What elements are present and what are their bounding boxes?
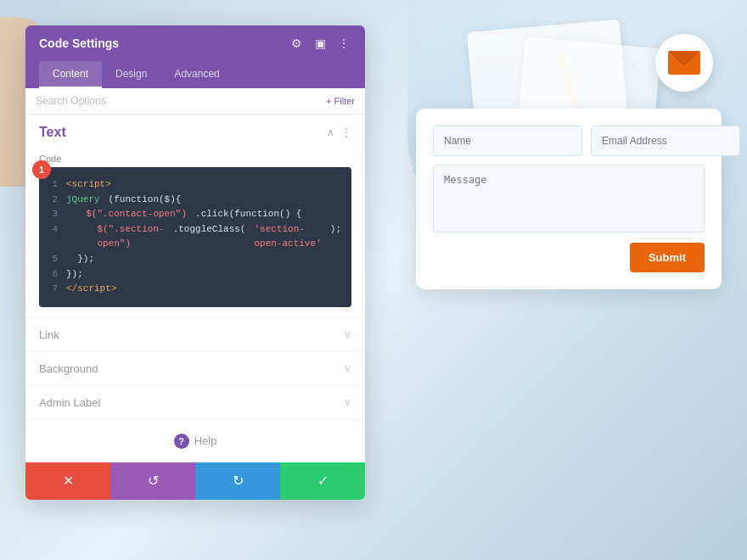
split-icon[interactable]: ▣ — [312, 36, 328, 51]
tab-design[interactable]: Design — [102, 61, 160, 88]
code-line-5: 5 }); — [49, 252, 341, 267]
chevron-up-icon[interactable]: ∧ — [327, 126, 334, 138]
code-line-4: 4 $(".section-open").toggleClass('sectio… — [49, 222, 341, 252]
panel-header: Code Settings ⚙ ▣ ⋮ — [25, 25, 365, 61]
reset-button[interactable]: ↺ — [110, 462, 195, 500]
section-header-icons: ∧ ⋮ — [327, 126, 351, 138]
contact-form-card: Submit — [416, 109, 722, 289]
right-side: Submit — [365, 25, 722, 289]
admin-label-text: Admin Label — [39, 396, 100, 409]
tab-content[interactable]: Content — [39, 61, 102, 88]
tab-advanced[interactable]: Advanced — [160, 61, 233, 88]
search-placeholder-text: Search Options — [36, 95, 106, 107]
step-badge: 1 — [32, 160, 51, 179]
code-label: Code — [25, 150, 365, 167]
admin-label-chevron-icon: ∨ — [344, 396, 351, 408]
message-input[interactable] — [433, 165, 705, 232]
svg-rect-0 — [672, 54, 696, 71]
email-fab[interactable] — [655, 34, 713, 92]
filter-button[interactable]: + Filter — [326, 96, 355, 106]
background-label: Background — [39, 362, 98, 375]
form-submit-row: Submit — [433, 243, 705, 272]
panel-header-icons: ⚙ ▣ ⋮ — [289, 36, 351, 51]
name-input[interactable] — [433, 126, 582, 156]
form-row-name-email — [433, 126, 705, 156]
email-svg — [672, 54, 696, 71]
search-bar: Search Options + Filter — [25, 88, 365, 115]
redo-button[interactable]: ↻ — [195, 462, 280, 500]
submit-button[interactable]: Submit — [630, 243, 705, 272]
link-label: Link — [39, 328, 59, 341]
confirm-button[interactable]: ✓ — [280, 462, 365, 500]
panel-title: Code Settings — [39, 36, 119, 50]
email-icon — [668, 51, 700, 75]
email-input[interactable] — [591, 126, 740, 156]
code-editor[interactable]: 1 <script> 2 jQuery(function($){ 3 $(".c… — [39, 167, 351, 307]
help-text[interactable]: Help — [194, 434, 217, 447]
background-chevron-icon: ∨ — [344, 362, 351, 374]
code-line-2: 2 jQuery(function($){ — [49, 193, 341, 208]
code-line-1: 1 <script> — [49, 177, 341, 193]
text-section-header: Text ∧ ⋮ — [25, 115, 365, 150]
settings-icon[interactable]: ⚙ — [289, 36, 304, 51]
ellipsis-icon[interactable]: ⋮ — [341, 126, 351, 138]
code-line-3: 3 $(".contact-open").click(function() { — [49, 207, 341, 222]
main-content: Code Settings ⚙ ▣ ⋮ Content Design Advan… — [0, 0, 747, 560]
link-chevron-icon: ∨ — [344, 328, 351, 340]
more-icon[interactable]: ⋮ — [336, 36, 351, 51]
code-editor-wrapper: 1 1 <script> 2 jQuery(function($){ 3 $("… — [39, 167, 351, 307]
help-icon: ? — [174, 434, 189, 449]
code-settings-panel: Code Settings ⚙ ▣ ⋮ Content Design Advan… — [25, 25, 365, 500]
action-bar: ✕ ↺ ↻ ✓ — [25, 462, 365, 500]
cancel-button[interactable]: ✕ — [25, 462, 110, 500]
help-section: ? Help — [25, 419, 365, 462]
text-section-title: Text — [39, 125, 66, 140]
admin-label-section[interactable]: Admin Label ∨ — [25, 385, 365, 419]
link-section[interactable]: Link ∨ — [25, 317, 365, 351]
panel-tabs: Content Design Advanced — [25, 61, 365, 88]
code-line-6: 6 }); — [49, 267, 341, 283]
background-section[interactable]: Background ∨ — [25, 351, 365, 385]
code-line-7: 7 </script> — [49, 282, 341, 297]
